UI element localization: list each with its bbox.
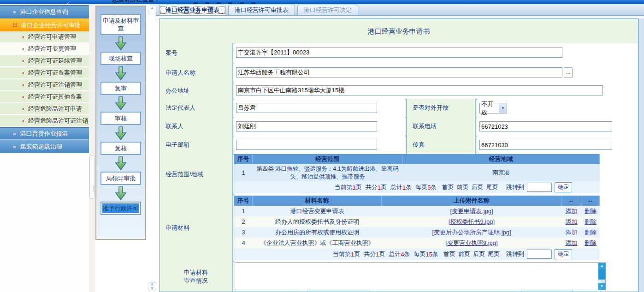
pagination-text: 每页 [415,183,427,191]
workflow-step-application-review[interactable]: 申请及材料审查 [100,14,141,35]
workflow-step-review[interactable]: 复核 [100,142,141,155]
add-attachment-link[interactable]: 添加 [566,208,578,215]
pagination-text: 条 [432,250,438,258]
materials-row: 3 办公用房的所有权或使用权证明 [变更后办公场所房产证明.jpg] 添加 删除 [234,227,600,238]
scrollbar-up-icon[interactable]: ▲ [598,263,605,269]
form-row-review: 申请材料 审查情况 ▲ ▼ [160,261,638,292]
cell-no: 3 [234,229,253,236]
first-page-link[interactable]: 首页 [442,183,454,191]
scrollbar-thumb[interactable] [598,269,605,280]
prev-page-link[interactable]: 前页 [458,250,470,258]
chevron-icon: › [22,82,24,88]
case-no-input[interactable] [236,48,562,58]
sidebar-subitem-danger-cancel[interactable]: › 经营危险品许可证注销 [0,115,89,127]
breadcrumb: 您当前所在位置： [112,0,160,4]
attachment-link[interactable]: [变更营业执照9.jpg] [445,239,497,246]
applicant-label: 申请人名称 [160,63,233,83]
tab-license-approval-form[interactable]: 港口经营许可审批表 [228,5,295,15]
sidebar-subitem-license-record[interactable]: › 经营许可证备案管理 [0,67,89,79]
col-delete: -- [581,196,600,206]
attachment-link[interactable]: [变更申请表.jpg] [450,208,493,215]
workflow-step-audit[interactable]: 审核 [100,112,141,125]
delete-attachment-link[interactable]: 删除 [585,218,597,225]
cell-material-name: 办公用房的所有权或使用权证明 [253,228,382,237]
add-attachment-link[interactable]: 添加 [566,218,578,225]
col-material-name: 材料名称 [253,196,382,206]
content-scroll-up-button[interactable]: ▲ [148,6,156,14]
last-page-link[interactable]: 尾页 [488,250,500,258]
sidebar-subitem-license-renew[interactable]: › 经营许可证延续管理 [0,55,89,67]
phone-input[interactable] [479,121,612,131]
sidebar-item-cargo-report[interactable]: » 港口普货作业报港 [0,127,89,140]
add-attachment-link[interactable]: 添加 [566,239,578,246]
tab-strip: 港口经营业务申请表 港口经营许可审批表 港口经营许可决定 [156,4,644,15]
review-textarea[interactable]: ▲ ▼ [235,262,606,290]
applicant-input[interactable] [236,67,562,77]
fax-input[interactable] [479,140,612,150]
workflow-step-recheck[interactable]: 复审 [100,82,141,95]
select-value: 不开放 [480,100,499,117]
pagination-current-page: 1 [353,184,356,191]
last-page-link[interactable]: 尾页 [486,183,498,191]
tab-business-application[interactable]: 港口经营业务申请表 [159,5,226,15]
office-address-label: 办公地址 [160,83,233,99]
scope-jump-confirm-button[interactable]: 确定 [555,182,572,192]
tab-license-decision[interactable]: 港口经营许可决定 [297,5,358,15]
chevrons-icon: » [13,131,16,137]
sidebar-subitem-label: 经营许可证备案管理 [28,69,82,77]
prev-page-link[interactable]: 前页 [456,183,468,191]
materials-jump-confirm-button[interactable]: 确定 [555,249,572,259]
attachment-link[interactable]: [变更后办公场所房产证明.jpg] [432,229,511,236]
email-label: 电子邮箱 [160,136,233,154]
sidebar: » 港口企业信息查询 ∷ 港口企业经营许可审批 › 经营许可申请管理 › 经营许… [0,4,89,292]
attachment-link[interactable]: [授权委托书9.jpg] [449,218,495,225]
sidebar-item-license-approval[interactable]: ∷ 港口企业经营许可审批 [0,18,89,31]
workflow-step-site-check[interactable]: 现场核查 [100,52,141,65]
sidebar-item-port-info-query[interactable]: » 港口企业信息查询 [0,5,89,18]
sidebar-item-container-control[interactable]: » 集装箱超载治理 [0,140,89,153]
cell-no: 4 [234,239,253,246]
form-row-office-address: 办公地址 [160,83,638,100]
splitter-handle[interactable]: ⋮⋮ [89,155,95,199]
add-attachment-link[interactable]: 添加 [566,229,578,236]
contact-input[interactable] [236,121,377,131]
next-page-link[interactable]: 后页 [471,183,483,191]
chevron-icon: › [22,70,24,76]
sidebar-subitem-license-cancel[interactable]: › 经营许可证注销管理 [0,79,89,91]
scope-jump-page-input[interactable] [527,183,552,192]
legal-rep-input[interactable] [236,103,377,113]
workflow-arrow-icon [115,66,127,80]
workflow-step-director-approval[interactable]: 局领导审批 [100,172,141,185]
scope-table-row: 1 第四类 港口拖轮、驳运服务：4.1为船舶进出港、靠离码头、移泊提供顶推、拖带… [234,164,600,181]
first-page-link[interactable]: 首页 [443,250,455,258]
applicant-browse-button[interactable]: ... [564,67,573,78]
cell-scope: 第四类 港口拖轮、驳运服务：4.1为船舶进出港、靠离码头、移泊提供顶推、拖带服务 [253,165,402,181]
materials-jump-page-input[interactable] [527,250,552,259]
banner-mark [205,2,209,4]
pagination-text: 总计 [389,250,401,258]
sidebar-subitem-danger-apply[interactable]: › 经营危险品许可申请 [0,103,89,115]
pagination-text: 当前第 [335,183,353,191]
materials-table-header: 序号 材料名称 上传附件名称 -- -- [234,196,600,206]
workflow-step-grant-license[interactable]: 准予行政许可 [100,202,141,215]
panel-splitter[interactable]: ⋮⋮ [89,4,95,292]
office-address-input[interactable] [236,85,603,95]
open-to-public-select[interactable]: 不开放 ▼ [479,103,507,113]
content-scroll-down-button[interactable]: ▼▼ [148,282,156,291]
pagination-text: 条 [431,183,437,191]
sidebar-subitem-license-other[interactable]: › 经营许可证其他备案 [0,91,89,103]
textarea-scrollbar[interactable]: ▲ ▼ [598,263,605,290]
delete-attachment-link[interactable]: 删除 [585,239,597,246]
sidebar-subitem-license-apply[interactable]: › 经营许可申请管理 [0,31,89,43]
sidebar-subitem-license-change[interactable]: › 经营许可变更管理 [0,43,89,55]
delete-attachment-link[interactable]: 删除 [585,208,597,215]
delete-attachment-link[interactable]: 删除 [585,229,597,236]
email-input[interactable] [236,140,377,150]
sidebar-subitem-label: 经营许可变更管理 [28,45,76,53]
pagination-total-items: 1 [402,184,406,191]
scrollbar-down-icon[interactable]: ▼ [598,283,605,290]
scope-pagination: 当前第1页 共分1页 总计1条 每页5条 首页 前页 后页 尾页 跳转到 确定 [234,181,600,193]
chevron-up-icon: ▲ [150,6,154,10]
next-page-link[interactable]: 后页 [473,250,485,258]
workflow-arrow-icon [115,96,127,110]
